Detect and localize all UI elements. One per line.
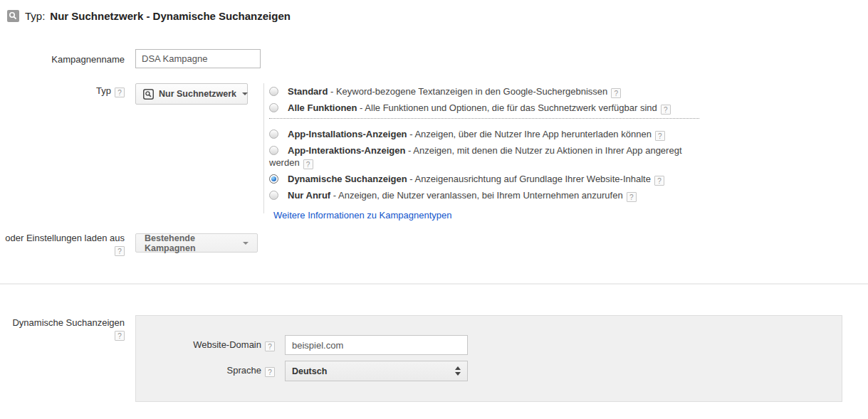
radio-button[interactable] xyxy=(269,103,278,112)
campaign-name-input[interactable] xyxy=(135,49,261,68)
page-title: Nur Suchnetzwerk - Dynamische Suchanzeig… xyxy=(50,10,291,22)
page-header: Typ: Nur Suchnetzwerk - Dynamische Sucha… xyxy=(7,10,291,22)
help-icon[interactable]: ? xyxy=(115,246,125,256)
load-settings-label: oder Einstellungen laden aus xyxy=(5,233,125,243)
help-icon[interactable]: ? xyxy=(654,176,664,186)
campaign-name-label: Kampagnenname xyxy=(0,54,125,65)
dsa-settings-panel: Website-Domain? Sprache? Deutsch xyxy=(135,315,842,402)
network-type-dropdown-label: Nur Suchnetzwerk xyxy=(159,89,236,99)
section-divider xyxy=(0,283,868,285)
radio-button[interactable] xyxy=(269,146,278,155)
campaign-types-info-link[interactable]: Weitere Informationen zu Kampagnentypen xyxy=(273,210,452,221)
search-network-icon xyxy=(7,10,19,22)
radio-button[interactable] xyxy=(269,87,278,96)
radio-option-standard[interactable]: Standard - Keyword-bezogene Textanzeigen… xyxy=(269,85,699,98)
chevron-down-icon xyxy=(243,242,249,245)
help-icon[interactable]: ? xyxy=(265,367,275,377)
page-title-prefix: Typ: xyxy=(25,10,45,22)
language-label: Sprache xyxy=(227,365,261,376)
load-settings-label-row: oder Einstellungen laden aus ? xyxy=(0,233,125,256)
campaign-type-settings-page: Typ: Nur Suchnetzwerk - Dynamische Sucha… xyxy=(0,0,868,419)
dsa-section-label-row: Dynamische Suchanzeigen ? xyxy=(0,317,125,341)
radio-option-alle-funktionen[interactable]: Alle Funktionen - Alle Funktionen und Op… xyxy=(269,102,699,115)
help-icon[interactable]: ? xyxy=(115,331,125,341)
help-icon[interactable]: ? xyxy=(303,159,313,169)
type-label: Typ xyxy=(96,85,111,96)
search-network-small-icon xyxy=(143,89,154,100)
language-label-row: Sprache? xyxy=(136,365,275,377)
select-spinner-icon xyxy=(455,366,461,376)
website-domain-label-row: Website-Domain? xyxy=(136,339,275,351)
vertical-divider xyxy=(263,83,264,213)
radio-button[interactable] xyxy=(269,129,278,139)
dotted-separator xyxy=(269,118,699,119)
radio-option-dynamische-suchanzeigen[interactable]: Dynamische Suchanzeigen - Anzeigenausric… xyxy=(269,173,699,186)
help-icon[interactable]: ? xyxy=(611,88,621,98)
existing-campaigns-dropdown[interactable]: Bestehende Kampagnen xyxy=(135,233,258,253)
radio-option-app-installations[interactable]: App-Installations-Anzeigen - Anzeigen, ü… xyxy=(269,128,699,141)
dsa-section-label: Dynamische Suchanzeigen xyxy=(12,317,125,328)
language-row: Sprache? Deutsch xyxy=(136,361,842,381)
existing-campaigns-dropdown-label: Bestehende Kampagnen xyxy=(145,233,243,253)
language-select-value: Deutsch xyxy=(292,366,327,376)
network-type-dropdown[interactable]: Nur Suchnetzwerk xyxy=(135,83,248,105)
website-domain-row: Website-Domain? xyxy=(136,335,842,355)
radio-button-selected[interactable] xyxy=(269,174,278,184)
radio-button[interactable] xyxy=(269,191,278,200)
help-icon[interactable]: ? xyxy=(655,131,665,141)
help-icon[interactable]: ? xyxy=(627,192,637,202)
website-domain-label: Website-Domain xyxy=(193,339,261,350)
type-label-row: Typ? xyxy=(0,85,125,97)
help-icon[interactable]: ? xyxy=(265,341,275,351)
campaign-type-options: Standard - Keyword-bezogene Textanzeigen… xyxy=(269,85,699,221)
radio-option-nur-anruf[interactable]: Nur Anruf - Anzeigen, die Nutzer veranla… xyxy=(269,189,699,202)
language-select[interactable]: Deutsch xyxy=(285,361,468,381)
radio-option-app-interaktions[interactable]: App-Interaktions-Anzeigen - Anzeigen, mi… xyxy=(269,144,699,169)
chevron-down-icon xyxy=(242,92,248,95)
help-icon[interactable]: ? xyxy=(661,105,671,115)
website-domain-input[interactable] xyxy=(285,335,468,355)
help-icon[interactable]: ? xyxy=(115,87,125,97)
